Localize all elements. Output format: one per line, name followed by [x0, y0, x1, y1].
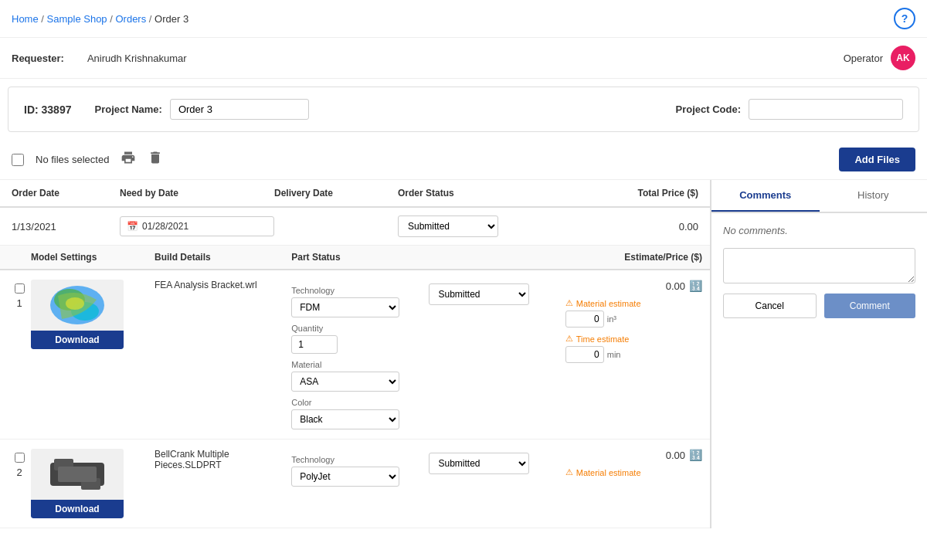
select-all-checkbox[interactable] [12, 154, 24, 166]
breadcrumb-current: Order 3 [154, 13, 188, 25]
comment-textarea[interactable] [723, 248, 915, 283]
requester-label: Requester: [12, 53, 64, 64]
part-2-number: 2 [8, 449, 31, 478]
estimate-price-header: Estimate/Price ($) [429, 252, 703, 263]
breadcrumb-sample-shop[interactable]: Sample Shop [47, 13, 107, 25]
need-by-date-header: Need by Date [120, 188, 274, 199]
part-1-price: 0.00 [666, 280, 685, 292]
part-1-quantity-input[interactable] [291, 335, 338, 354]
warning-icon-2: ⚠ [565, 334, 573, 344]
part-1-material-warning: ⚠ Material estimate [565, 298, 702, 308]
warning-icon-1: ⚠ [565, 298, 573, 308]
warning-icon-3: ⚠ [565, 467, 573, 477]
no-comments-text: No comments. [723, 225, 915, 236]
part-1-color-select[interactable]: Black [291, 409, 399, 429]
order-date-value: 1/13/2021 [12, 221, 120, 232]
order-status-header: Order Status [398, 188, 552, 199]
project-id: ID: 33897 [24, 104, 71, 116]
part-1-number: 1 [8, 280, 31, 309]
right-panel: Comments History No comments. Cancel Com… [711, 180, 927, 528]
breadcrumb-home[interactable]: Home [12, 13, 39, 25]
part-2-build-details: Technology PolyJet [291, 449, 428, 487]
part-2-price: 0.00 [666, 450, 685, 461]
need-by-date-value: 01/28/2021 [142, 221, 188, 232]
total-price-value: 0.00 [552, 221, 698, 232]
part-1-status-select[interactable]: Submitted [429, 283, 529, 305]
tab-comments[interactable]: Comments [711, 180, 820, 212]
part-2-status-select[interactable]: Submitted [429, 453, 529, 474]
part-1-time-input[interactable] [565, 346, 604, 363]
print-icon-button[interactable] [121, 150, 136, 169]
cancel-button[interactable]: Cancel [723, 294, 817, 318]
need-by-date-wrapper[interactable]: 📅 01/28/2021 [120, 216, 274, 236]
no-files-text: No files selected [36, 154, 109, 165]
part-2-technology-select[interactable]: PolyJet [291, 467, 399, 487]
part-2-status-cell: Submitted [429, 449, 565, 474]
operator-label: Operator [844, 53, 883, 64]
part-2-download-button[interactable]: Download [31, 500, 124, 518]
order-table-header: Order Date Need by Date Delivery Date Or… [0, 180, 710, 208]
part-1-time-unit: min [607, 350, 621, 359]
comments-section: No comments. Cancel Comment [711, 213, 927, 330]
part-2-image [31, 449, 124, 500]
breadcrumb: Home / Sample Shop / Orders / Order 3 [12, 13, 188, 25]
delete-icon-button[interactable] [148, 150, 163, 169]
page-container: Home / Sample Shop / Orders / Order 3 ? … [0, 0, 927, 560]
part-2-model-settings: BellCrank Multiple Pieces.SLDPRT [154, 449, 291, 478]
project-code-label: Project Code: [675, 104, 741, 115]
project-name-label: Project Name: [94, 104, 161, 115]
comment-button[interactable]: Comment [824, 294, 916, 318]
part-2-thumbnail: Download [31, 449, 124, 518]
svg-rect-7 [58, 467, 97, 482]
order-row: 1/13/2021 📅 01/28/2021 Submitted 0.00 [0, 208, 710, 246]
part-2-thumbnail-section: Download [31, 449, 154, 518]
part-2-checkbox[interactable] [15, 453, 25, 463]
part-1-time-estimate-row: min [565, 346, 702, 363]
order-date-header: Order Date [12, 188, 120, 199]
part-1-calc-icon[interactable]: 🔢 [689, 280, 702, 292]
part-2-filename: BellCrank Multiple Pieces.SLDPRT [154, 449, 291, 470]
part-1-3d-image [42, 280, 112, 331]
project-code-section: Project Code: [675, 99, 903, 120]
delivery-date-header: Delivery Date [274, 188, 398, 199]
part-1-thumbnail: Download [31, 280, 124, 349]
part-1-thumbnail-section: Download [31, 280, 154, 349]
part-status-header: Part Status [291, 252, 428, 263]
project-name-input[interactable] [170, 99, 309, 120]
requester-row: Requester: Anirudh Krishnakumar Operator… [0, 38, 927, 79]
help-button[interactable]: ? [894, 8, 915, 29]
part-1-color-label: Color [291, 398, 428, 407]
svg-point-3 [66, 297, 84, 310]
part-1-material-select[interactable]: ASA [291, 372, 399, 392]
print-icon [121, 150, 136, 165]
main-content: Order Date Need by Date Delivery Date Or… [0, 180, 927, 528]
order-status-select[interactable]: Submitted [398, 216, 498, 237]
add-files-button[interactable]: Add Files [839, 148, 915, 171]
part-2-estimate-cell: 0.00 🔢 ⚠ Material estimate [565, 449, 702, 477]
part-1-estimate-cell: 0.00 🔢 ⚠ Material estimate in³ ⚠ Time es… [565, 280, 702, 363]
model-settings-header: Model Settings [31, 252, 154, 263]
part-1-build-details: Technology FDM Quantity Material ASA Col… [291, 280, 428, 429]
project-name-section: Project Name: [94, 99, 308, 120]
requester-name: Anirudh Krishnakumar [87, 53, 187, 64]
part-1-download-button[interactable]: Download [31, 331, 124, 349]
comment-actions: Cancel Comment [723, 294, 915, 318]
file-bar: No files selected Add Files [0, 140, 927, 180]
breadcrumb-orders[interactable]: Orders [115, 13, 146, 25]
part-1-technology-select[interactable]: FDM [291, 297, 399, 317]
tab-history[interactable]: History [820, 180, 928, 212]
part-1-time-warning: ⚠ Time estimate [565, 334, 702, 344]
part-1-material-input[interactable] [565, 311, 604, 328]
part-2-material-warning: ⚠ Material estimate [565, 467, 702, 477]
part-2-calc-icon[interactable]: 🔢 [689, 449, 702, 461]
order-status-cell: Submitted [398, 216, 552, 237]
part-row-2: 2 Download [0, 440, 710, 528]
operator-section: Operator AK [844, 46, 915, 70]
part-1-filename: FEA Analysis Bracket.wrl [154, 280, 291, 290]
operator-avatar: AK [891, 46, 915, 70]
total-price-header: Total Price ($) [552, 188, 698, 199]
project-bar: ID: 33897 Project Name: Project Code: [8, 87, 919, 132]
project-code-input[interactable] [749, 99, 903, 120]
part-1-checkbox[interactable] [15, 283, 25, 294]
part-1-material-unit: in³ [607, 314, 616, 324]
